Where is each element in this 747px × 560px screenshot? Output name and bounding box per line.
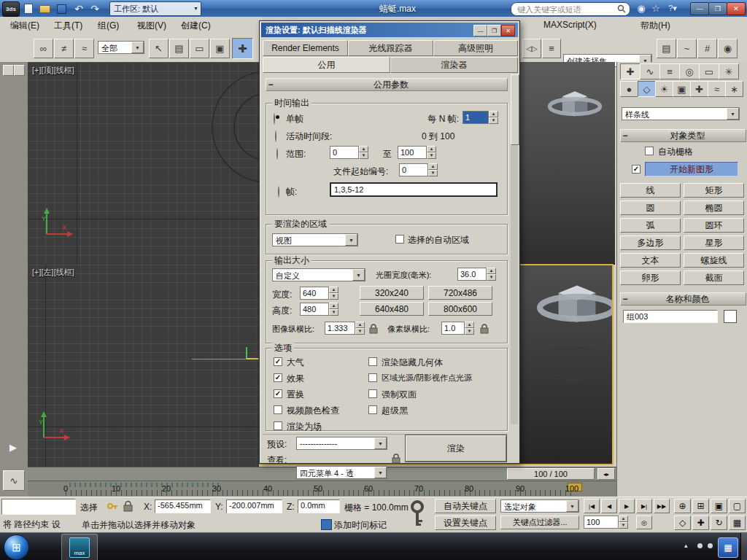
input-method-icon[interactable]: ▦ [718, 537, 738, 558]
rollout-common-parameters[interactable]: − 公用参数 [266, 78, 508, 91]
bind-to-space-warp-icon[interactable]: ≈ [74, 39, 94, 58]
aperture-spinner[interactable]: 36.0 ▲▼ [457, 268, 496, 281]
previous-frame-button[interactable]: ◀ [601, 499, 617, 513]
viewport-left[interactable]: [+][左][线框] Y X [28, 264, 259, 467]
x-coordinate-field[interactable]: -565.455mm [155, 499, 211, 513]
spinner-arrows[interactable]: ▲▼ [355, 322, 365, 335]
spinner-arrows[interactable]: ▲▼ [427, 146, 436, 159]
pan-view-icon[interactable]: ✚ [692, 516, 709, 530]
tray-status-icon[interactable] [708, 543, 713, 548]
scrollbar-thumb[interactable] [511, 74, 519, 145]
shape-button-donut[interactable]: 圆环 [684, 218, 744, 233]
select-by-name-icon[interactable]: ▤ [169, 39, 189, 58]
viewport-dropdown[interactable]: 四元菜单 4 - 透 ▼ [296, 466, 387, 479]
every-nth-spinner[interactable]: 1 ▲▼ [462, 111, 498, 124]
category-helpers-icon[interactable]: ✚ [690, 81, 708, 97]
z-coordinate-field[interactable]: 0.0mm [298, 499, 340, 513]
radio-single-frame[interactable] [274, 113, 275, 125]
frames-input[interactable]: 1,3,5-12 [330, 182, 498, 197]
radio-frames[interactable] [278, 186, 279, 198]
add-time-tag[interactable]: 添加时间标记 [334, 519, 387, 532]
chevron-down-icon[interactable]: ▼ [345, 234, 357, 246]
dialog-minimize-button[interactable]: — [473, 25, 487, 36]
unlink-selection-icon[interactable]: ≠ [54, 39, 74, 58]
rollout-name-color[interactable]: − 名称和颜色 [620, 292, 746, 306]
res-640x480-button[interactable]: 640x480 [360, 302, 424, 316]
time-slider-step-buttons[interactable]: ◂▸ [597, 468, 615, 480]
search-box[interactable]: 键入关键字或短语 [511, 2, 630, 16]
category-lights-icon[interactable]: ☀ [655, 81, 673, 97]
category-spacewarps-icon[interactable]: ≈ [708, 81, 726, 97]
viewport-left-label[interactable]: [+][左][线框] [32, 267, 74, 278]
image-aspect-spinner[interactable]: 1.333 ▲▼ [325, 322, 365, 335]
tray-show-hidden-icon[interactable]: ▴ [684, 542, 688, 549]
tab-motion[interactable]: ◎ [679, 63, 700, 79]
maxscript-mini-listener[interactable] [1, 499, 76, 515]
select-object-icon[interactable]: ↖ [149, 39, 169, 58]
tab-hierarchy[interactable]: ≡ [659, 63, 680, 79]
save-file-icon[interactable] [57, 4, 66, 14]
menu-views[interactable]: 视图(V) [137, 20, 166, 32]
start-button[interactable]: ⊞ [4, 534, 29, 560]
width-value[interactable]: 640 [300, 287, 329, 300]
viewport-tab-icon[interactable] [14, 65, 25, 76]
selection-filter-dropdown[interactable]: 全部 ▼ [98, 41, 144, 54]
option-area-lights-checkbox[interactable] [368, 373, 377, 382]
workspace-dropdown[interactable]: 工作区: 默认 ▼ [109, 1, 201, 16]
pixel-aspect-spinner[interactable]: 1.0 ▲▼ [441, 322, 474, 335]
range-from-spinner[interactable]: 0 ▲▼ [330, 146, 368, 159]
set-key-big-icon[interactable] [407, 499, 427, 530]
height-spinner[interactable]: 480 ▲▼ [300, 303, 338, 316]
spinner-arrows[interactable]: ▲▼ [487, 268, 496, 281]
app-menu-button[interactable]: 3ds [2, 1, 20, 17]
spinner-arrows[interactable]: ▲▼ [619, 516, 628, 529]
chevron-down-icon[interactable]: ▼ [374, 467, 387, 478]
res-720x486-button[interactable]: 720x486 [428, 286, 492, 300]
current-frame-value[interactable]: 100 [584, 516, 619, 529]
mirror-icon[interactable]: ◁▷ [522, 39, 541, 58]
radio-range[interactable] [276, 148, 278, 160]
schematic-view-icon[interactable]: # [697, 39, 717, 58]
redo-icon[interactable]: ↷ [88, 1, 102, 15]
option-force-2sided-checkbox[interactable] [368, 389, 377, 398]
file-number-base-spinner[interactable]: 0 ▲▼ [399, 163, 438, 176]
play-button[interactable]: ▶ [619, 499, 635, 513]
timeline-ruler[interactable]: 0 10 20 30 40 50 60 70 80 90 100 [28, 481, 616, 498]
field-of-view-icon[interactable]: ◇ [674, 516, 691, 530]
autogrid-checkbox[interactable] [645, 147, 654, 155]
range-to-value[interactable]: 100 [398, 146, 427, 159]
spinner-arrows[interactable]: ▲▼ [489, 111, 498, 124]
select-and-link-icon[interactable]: ∞ [34, 39, 53, 58]
category-geometry-icon[interactable]: ● [620, 81, 638, 97]
viewport-top[interactable]: [+][顶][线框] Y X [28, 62, 259, 265]
res-800x600-button[interactable]: 800x600 [428, 302, 492, 316]
material-editor-icon[interactable]: ◉ [718, 39, 738, 58]
new-scene-icon[interactable] [23, 4, 34, 14]
tab-modify[interactable]: ∿ [640, 63, 660, 79]
chevron-down-icon[interactable]: ▼ [727, 108, 739, 120]
shape-button-arc[interactable]: 弧 [620, 218, 681, 233]
shape-button-section[interactable]: 截面 [684, 271, 744, 285]
tab-create[interactable]: ✚ [620, 63, 640, 79]
shape-button-circle[interactable]: 圆 [620, 201, 681, 215]
zoom-extents-icon[interactable]: ▣ [711, 499, 727, 513]
object-color-swatch[interactable] [724, 310, 737, 323]
object-name-field[interactable]: 组003 [623, 310, 718, 323]
every-nth-value[interactable]: 1 [462, 111, 489, 124]
category-systems-icon[interactable]: ∗ [725, 81, 743, 97]
favorites-star-icon[interactable]: ☆ [649, 2, 662, 15]
pixel-aspect-lock-icon[interactable] [479, 323, 489, 334]
range-from-value[interactable]: 0 [330, 146, 359, 159]
rollout-object-type[interactable]: − 对象类型 [620, 129, 746, 142]
menu-help[interactable]: 帮助(H) [640, 20, 670, 32]
orbit-icon[interactable]: ↻ [711, 516, 727, 530]
show-desktop-button[interactable] [740, 533, 747, 560]
spinner-arrows[interactable]: ▲▼ [359, 146, 368, 159]
close-button[interactable]: ✕ [727, 2, 746, 15]
render-button[interactable]: 渲染 [406, 435, 506, 462]
set-key-button[interactable]: 设置关键点 [435, 516, 496, 530]
selected-filter-dropdown[interactable]: 选定对象 ▼ [500, 499, 579, 513]
mini-curve-editor-icon[interactable]: ∿ [3, 470, 25, 491]
aperture-value[interactable]: 36.0 [457, 268, 487, 281]
menu-tools[interactable]: 工具(T) [54, 20, 82, 32]
